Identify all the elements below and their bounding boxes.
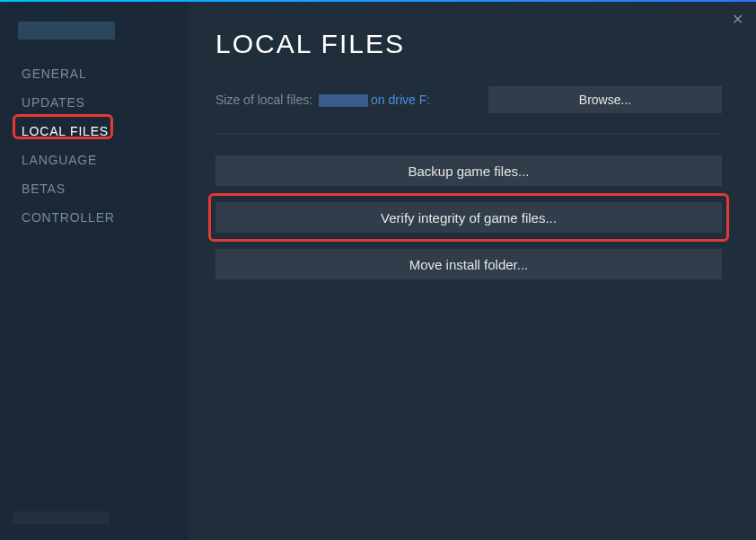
container: GENERAL UPDATES LOCAL FILES LANGUAGE BET… xyxy=(0,2,756,540)
sidebar: GENERAL UPDATES LOCAL FILES LANGUAGE BET… xyxy=(0,2,189,540)
sidebar-item-local-files[interactable]: LOCAL FILES xyxy=(0,117,189,146)
sidebar-item-controller[interactable]: CONTROLLER xyxy=(0,203,189,232)
sidebar-item-updates[interactable]: UPDATES xyxy=(0,88,189,117)
sidebar-item-betas[interactable]: BETAS xyxy=(0,174,189,203)
move-folder-button[interactable]: Move install folder... xyxy=(215,249,722,279)
verify-button[interactable]: Verify integrity of game files... xyxy=(215,202,722,233)
close-icon[interactable]: ✕ xyxy=(732,11,743,28)
divider xyxy=(215,133,722,134)
sidebar-item-language[interactable]: LANGUAGE xyxy=(0,146,189,174)
browse-button[interactable]: Browse... xyxy=(488,86,722,113)
page-title: LOCAL FILES xyxy=(215,29,722,59)
sidebar-item-local-files-wrapper: LOCAL FILES xyxy=(0,117,189,146)
size-value-hidden xyxy=(319,94,368,107)
size-text-block: Size of local files: on drive F: xyxy=(215,92,430,108)
drive-link[interactable]: on drive F: xyxy=(371,93,430,107)
sidebar-header-placeholder xyxy=(18,22,115,40)
backup-button[interactable]: Backup game files... xyxy=(215,155,722,186)
main-panel: ✕ LOCAL FILES Size of local files: on dr… xyxy=(189,2,756,540)
sidebar-footer-placeholder xyxy=(13,511,110,524)
verify-button-wrapper: Verify integrity of game files... xyxy=(215,202,722,233)
sidebar-item-general[interactable]: GENERAL xyxy=(0,59,189,88)
size-row: Size of local files: on drive F: Browse.… xyxy=(215,86,722,113)
size-label: Size of local files: xyxy=(215,93,316,107)
